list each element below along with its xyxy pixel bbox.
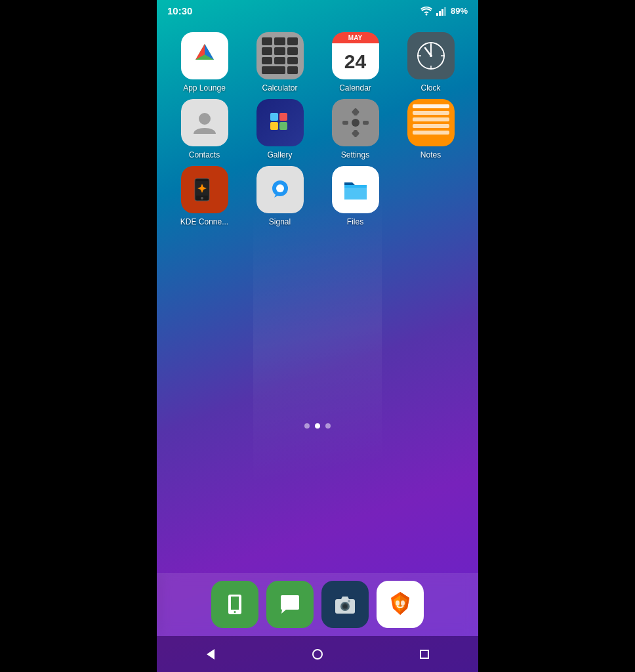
gallery-label: Gallery [267,150,292,159]
calculator[interactable]: Calculator [245,32,314,93]
svg-rect-14 [279,113,287,121]
svg-line-6 [425,48,431,56]
contacts-label: Contacts [189,150,220,159]
phone-dock-icon [211,581,258,628]
svg-point-36 [343,604,347,608]
files[interactable]: Files [321,166,390,226]
battery-percentage: 89% [451,6,468,16]
contacts[interactable]: Contacts [170,99,239,159]
calendar-label: Calendar [339,83,371,93]
gallery-icon [256,99,304,146]
svg-rect-13 [270,113,278,121]
svg-rect-16 [279,122,287,130]
app-lounge[interactable]: App Lounge [170,32,239,93]
kde-icon [181,166,228,213]
svg-marker-40 [207,649,215,660]
notes-label: Notes [420,150,441,159]
brave-dock-icon [377,581,424,628]
clock-label: Clock [420,83,440,93]
nav-recents[interactable] [411,641,438,667]
app-lounge-icon [189,40,220,72]
calculator-icon [256,32,304,79]
svg-point-12 [199,113,211,125]
nav-bar [157,636,478,672]
signal-label: Signal [269,217,291,226]
dock-messages[interactable] [266,581,314,628]
svg-point-39 [401,600,405,606]
clock[interactable]: Clock [396,32,465,93]
camera-dock-icon [321,581,369,628]
svg-rect-0 [436,13,438,16]
svg-rect-42 [420,650,428,658]
settings-label: Settings [341,150,369,159]
kde-connect[interactable]: KDE Conne... [170,166,239,226]
status-time: 10:30 [167,5,192,16]
notes-icon [407,99,455,146]
phone-screen: 10:30 89% [157,0,478,672]
calendar[interactable]: MAY 24 Calendar [321,32,390,93]
dock-brave[interactable] [377,581,424,628]
clock-icon [415,39,447,72]
messages-dock-icon [266,581,314,628]
files-icon [332,166,379,213]
svg-rect-20 [342,121,348,125]
signal-icon-app [256,166,304,213]
dock [157,573,478,636]
nav-back[interactable] [197,641,224,667]
dock-phone[interactable] [211,581,258,628]
signal-icon [436,7,447,16]
svg-point-38 [396,600,399,606]
calculator-label: Calculator [262,83,297,93]
svg-point-28 [201,197,203,200]
svg-point-32 [234,611,236,613]
contacts-icon [181,99,228,146]
svg-rect-21 [363,121,369,125]
notes[interactable]: Notes [396,99,465,159]
calendar-month: MAY [332,32,379,43]
nav-home[interactable] [304,641,331,667]
page-dot-2[interactable] [315,423,320,429]
kde-label: KDE Conne... [180,217,228,226]
svg-rect-2 [441,9,443,16]
wifi-icon [420,7,432,16]
signal[interactable]: Signal [245,166,314,226]
files-label: Files [347,217,363,226]
svg-point-17 [352,119,359,127]
calendar-icon: MAY 24 [332,32,379,79]
app-grid-row1: App Lounge Calculator MAY 24 [157,19,478,240]
settings[interactable]: Settings [321,99,390,159]
page-dot-3[interactable] [325,423,331,429]
calendar-date: 24 [332,43,379,79]
svg-rect-3 [444,7,446,16]
svg-rect-1 [439,11,441,16]
svg-point-41 [313,650,322,659]
gallery[interactable]: Gallery [245,99,314,159]
status-icons: 89% [420,6,468,16]
svg-point-31 [276,184,284,192]
status-bar: 10:30 89% [157,0,478,19]
dock-camera[interactable] [321,581,369,628]
settings-icon [332,99,379,146]
svg-point-37 [348,600,350,602]
page-indicators [157,423,478,429]
app-lounge-label: App Lounge [183,83,226,93]
svg-rect-15 [270,122,278,130]
page-dot-1[interactable] [304,423,310,429]
